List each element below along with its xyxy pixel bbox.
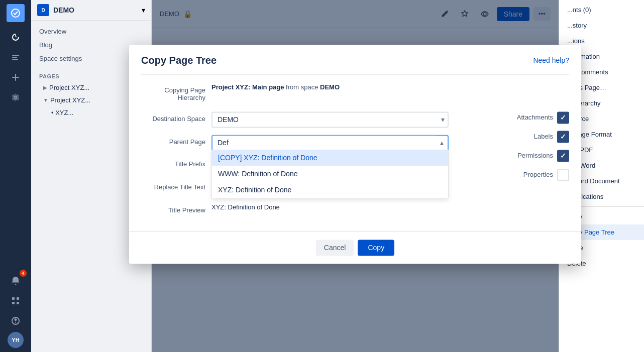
form-right-checkboxes: Attachments ✓ Labels ✓ Permi xyxy=(469,111,569,221)
app-logo[interactable] xyxy=(7,4,25,22)
copy-page-tree-modal: Copy Page Tree Need help? Copying Page H… xyxy=(129,45,581,264)
svg-point-0 xyxy=(12,9,20,17)
svg-rect-6 xyxy=(12,302,15,304)
attachments-checkbox[interactable]: ✓ xyxy=(557,111,569,124)
parent-page-dropdown: [COPY] XYZ: Definition of Done WWW: Defi… xyxy=(211,150,449,198)
svg-rect-7 xyxy=(17,302,19,304)
svg-rect-2 xyxy=(12,57,17,58)
title-prefix-label: Title Prefix xyxy=(141,157,211,168)
title-preview-label: Title Preview xyxy=(141,203,211,214)
replace-title-label: Replace Title Text xyxy=(141,180,211,191)
help-icon[interactable] xyxy=(7,312,25,330)
properties-checkbox[interactable] xyxy=(557,169,569,181)
labels-row: Labels ✓ xyxy=(469,131,569,143)
dropdown-option-0[interactable]: [COPY] XYZ: Definition of Done xyxy=(212,150,448,166)
space-dropdown-icon[interactable]: ▾ xyxy=(142,6,145,14)
from-space-label: from space xyxy=(286,83,318,91)
copying-page-name: Project XYZ: Main page xyxy=(211,83,284,91)
properties-row: Properties xyxy=(469,169,569,181)
attachments-row: Attachments ✓ xyxy=(469,111,569,124)
quote-icon[interactable] xyxy=(7,48,25,66)
modal-footer: Cancel Copy xyxy=(129,231,581,264)
permissions-row: Permissions ✓ xyxy=(469,150,569,162)
apps-icon[interactable] xyxy=(7,292,25,310)
menu-item-comments[interactable]: ...nts (0) xyxy=(559,2,644,18)
form-section: Destination Space DEMO ▾ Parent Page xyxy=(141,111,569,221)
main-content-area: DEMO 🔒 Share ••• Copy Page xyxy=(152,0,559,352)
svg-rect-1 xyxy=(12,55,19,56)
history-icon[interactable] xyxy=(7,28,25,46)
space-header: D DEMO ▾ xyxy=(31,0,151,21)
user-avatar[interactable]: YH xyxy=(8,332,24,348)
parent-page-label: Parent Page xyxy=(141,135,211,146)
copying-hierarchy-row: Copying Page Hierarchy Project XYZ: Main… xyxy=(141,83,569,101)
attachments-label: Attachments xyxy=(517,113,553,121)
svg-rect-3 xyxy=(12,59,18,60)
copy-button[interactable]: Copy xyxy=(358,240,394,256)
left-sidebar: 4 YH xyxy=(0,0,31,352)
copying-hierarchy-label: Copying Page Hierarchy xyxy=(141,83,211,101)
form-left: Destination Space DEMO ▾ Parent Page xyxy=(141,111,449,221)
svg-point-9 xyxy=(15,322,16,323)
settings-icon[interactable] xyxy=(7,88,25,106)
space-name: DEMO xyxy=(53,6,74,14)
title-preview-value: XYZ: Definition of Done xyxy=(211,203,280,211)
destination-space-row: Destination Space DEMO ▾ xyxy=(141,111,449,128)
svg-rect-5 xyxy=(17,297,19,300)
properties-label: Properties xyxy=(523,171,553,178)
modal-divider xyxy=(141,74,569,75)
modal-title: Copy Page Tree xyxy=(141,55,217,66)
notification-count: 4 xyxy=(20,270,27,277)
labels-checkbox[interactable]: ✓ xyxy=(557,131,569,143)
help-link[interactable]: Need help? xyxy=(533,56,569,64)
parent-page-arrow-icon[interactable]: ▴ xyxy=(436,139,448,147)
parent-page-row: Parent Page ▴ [COPY] XYZ: Definition of … xyxy=(141,135,449,150)
permissions-checkbox[interactable]: ✓ xyxy=(557,150,569,162)
modal-header: Copy Page Tree Need help? xyxy=(129,45,581,74)
destination-space-select[interactable]: DEMO xyxy=(211,111,449,128)
dropdown-option-1[interactable]: WWW: Definition of Done xyxy=(212,166,448,182)
menu-item-history[interactable]: ...story xyxy=(559,18,644,33)
cancel-button[interactable]: Cancel xyxy=(316,240,354,256)
sidebar-item-overview[interactable]: Overview xyxy=(31,25,151,38)
modal-body: Copying Page Hierarchy Project XYZ: Main… xyxy=(129,74,581,231)
parent-page-input-wrap: ▴ xyxy=(211,135,449,150)
permissions-label: Permissions xyxy=(517,152,553,159)
create-icon[interactable] xyxy=(7,68,25,86)
destination-space-label: Destination Space xyxy=(141,111,211,123)
parent-page-input[interactable] xyxy=(212,136,436,150)
from-space-name: DEMO xyxy=(320,83,340,91)
notifications-icon[interactable]: 4 xyxy=(7,272,25,290)
dropdown-option-2[interactable]: XYZ: Definition of Done xyxy=(212,182,448,198)
title-preview-row: Title Preview XYZ: Definition of Done xyxy=(141,203,449,214)
labels-label: Labels xyxy=(534,133,553,140)
space-icon: D xyxy=(37,4,49,16)
svg-rect-4 xyxy=(12,297,15,300)
